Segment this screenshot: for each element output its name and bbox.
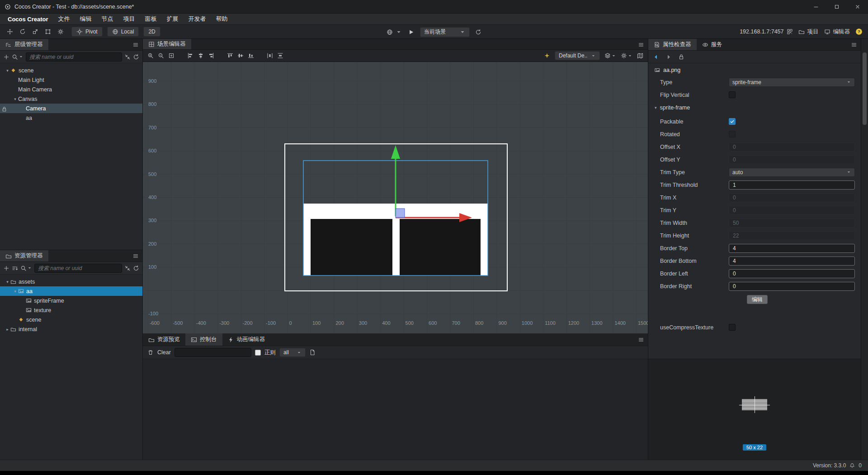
usecompresstexture-checkbox[interactable] xyxy=(729,324,736,331)
clear-button[interactable]: Clear xyxy=(157,349,171,356)
zoom-out-button[interactable] xyxy=(158,52,164,59)
scene-settings-dropdown[interactable] xyxy=(621,52,632,59)
file-icon[interactable] xyxy=(309,349,316,356)
hamburger-icon[interactable] xyxy=(132,253,139,259)
close-button[interactable] xyxy=(847,0,868,14)
move-tool-button[interactable] xyxy=(7,28,13,35)
scene-canvas[interactable] xyxy=(143,62,648,333)
align-top-button[interactable] xyxy=(227,52,233,59)
tab-assets[interactable]: 资源管理器 xyxy=(0,250,48,261)
qr-icon[interactable] xyxy=(787,28,793,35)
menu-item-扩展[interactable]: 扩展 xyxy=(162,14,184,25)
offset-x-input[interactable] xyxy=(729,142,855,152)
asset-node-texture[interactable]: texture xyxy=(0,305,142,315)
collapse-icon[interactable] xyxy=(124,265,131,271)
trim-threshold-input[interactable] xyxy=(729,180,855,190)
gizmo-preset-dropdown[interactable]: Default De... xyxy=(555,51,600,60)
border-bottom-input[interactable] xyxy=(729,256,855,266)
arrow-right-icon[interactable] xyxy=(665,54,672,60)
collapse-icon[interactable] xyxy=(124,54,131,60)
menu-item-节点[interactable]: 节点 xyxy=(97,14,118,25)
menu-item-文件[interactable]: 文件 xyxy=(53,14,75,25)
menu-item-帮助[interactable]: 帮助 xyxy=(211,14,233,25)
menu-item-面板[interactable]: 面板 xyxy=(140,14,162,25)
scale-tool-button[interactable] xyxy=(32,28,38,35)
arrow-left-icon[interactable] xyxy=(653,54,659,60)
inspector-scrollbar[interactable] xyxy=(861,39,868,460)
zoom-in-button[interactable] xyxy=(147,52,154,59)
caret-down-icon[interactable]: ▾ xyxy=(5,280,10,284)
rotated-checkbox[interactable] xyxy=(729,131,736,138)
scrollbar-thumb[interactable] xyxy=(863,52,867,125)
scene-select-dropdown[interactable]: 当前场景 xyxy=(420,27,470,37)
offset-y-input[interactable] xyxy=(729,155,855,164)
open-editor-button[interactable]: 编辑器 xyxy=(824,28,850,36)
tab-控制台[interactable]: 控制台 xyxy=(185,333,222,346)
hierarchy-node-camera[interactable]: Camera xyxy=(0,104,142,113)
tab-属性检查器[interactable]: 属性检查器 xyxy=(648,39,697,50)
trim-type-dropdown[interactable]: auto xyxy=(729,168,855,177)
menu-item-编辑[interactable]: 编辑 xyxy=(75,14,97,25)
menu-brand[interactable]: Cocos Creator xyxy=(3,14,53,25)
tab-服务[interactable]: 服务 xyxy=(697,39,728,50)
caret-right-icon[interactable]: ▸ xyxy=(5,327,10,332)
scene-view[interactable]: 900800700600500400300200100-100 -600-500… xyxy=(143,62,648,333)
caret-down-icon[interactable]: ▾ xyxy=(5,68,10,73)
rect-tool-button[interactable] xyxy=(45,28,51,35)
asset-node-spriteframe[interactable]: spriteFrame xyxy=(0,296,142,305)
trim-width-input[interactable] xyxy=(729,218,855,228)
align-left-button[interactable] xyxy=(187,52,193,59)
log-filter-dropdown[interactable]: all xyxy=(279,348,306,357)
align-center-h-button[interactable] xyxy=(198,52,204,59)
layers-dropdown[interactable] xyxy=(604,52,616,59)
hierarchy-node-main-camera[interactable]: Main Camera xyxy=(0,85,142,94)
mode-2d-button[interactable]: 2D xyxy=(143,27,160,37)
plus-icon[interactable] xyxy=(3,265,9,271)
open-project-button[interactable]: 项目 xyxy=(798,28,819,36)
border-left-input[interactable] xyxy=(729,269,855,278)
trim-height-input[interactable] xyxy=(729,231,855,240)
trim-y-input[interactable] xyxy=(729,206,855,215)
local-button[interactable]: Local xyxy=(107,27,139,37)
border-right-input[interactable] xyxy=(729,282,855,291)
refresh-scene-button[interactable] xyxy=(475,29,481,35)
align-right-button[interactable] xyxy=(208,52,214,59)
distribute-h-button[interactable] xyxy=(267,52,273,59)
map-icon[interactable] xyxy=(637,52,643,59)
gizmo-xy-handle[interactable] xyxy=(396,209,405,218)
bell-icon[interactable] xyxy=(849,463,855,468)
maximize-button[interactable] xyxy=(826,0,847,14)
caret-down-icon[interactable]: ▾ xyxy=(12,289,18,294)
menu-item-开发者[interactable]: 开发者 xyxy=(184,14,211,25)
edit-button[interactable]: 编辑 xyxy=(747,295,768,304)
asset-node-assets[interactable]: ▾assets xyxy=(0,277,142,286)
preview-platform-button[interactable] xyxy=(387,29,402,35)
section-sprite-frame[interactable]: ▾sprite-frame xyxy=(655,102,855,113)
tab-scene-editor[interactable]: 场景编辑器 xyxy=(143,39,191,49)
assets-search-filter[interactable] xyxy=(20,265,32,271)
gizmo-star-icon[interactable] xyxy=(544,52,550,59)
distribute-v-button[interactable] xyxy=(277,52,283,59)
plus-icon[interactable] xyxy=(3,54,9,60)
caret-down-icon[interactable]: ▾ xyxy=(12,97,18,101)
refresh-icon[interactable] xyxy=(133,265,139,271)
tab-动画编辑器[interactable]: 动画编辑器 xyxy=(222,333,271,346)
hierarchy-node-scene[interactable]: ▾scene xyxy=(0,66,142,75)
minimize-button[interactable] xyxy=(806,0,826,14)
flip-vertical-checkbox[interactable] xyxy=(729,91,736,98)
console-search-input[interactable] xyxy=(175,348,251,357)
gizmo-settings-button[interactable] xyxy=(57,28,64,35)
hierarchy-search-filter[interactable] xyxy=(12,54,24,60)
hierarchy-node-aa[interactable]: aa xyxy=(0,113,142,123)
hierarchy-node-main-light[interactable]: Main Light xyxy=(0,75,142,85)
hamburger-icon[interactable] xyxy=(638,42,644,48)
tab-hierarchy[interactable]: 层级管理器 xyxy=(0,39,48,50)
hierarchy-node-canvas[interactable]: ▾Canvas xyxy=(0,94,142,104)
border-top-input[interactable] xyxy=(729,244,855,253)
align-center-v-button[interactable] xyxy=(237,52,244,59)
lock-icon[interactable] xyxy=(678,54,684,60)
rotate-tool-button[interactable] xyxy=(19,28,26,35)
console-log-area[interactable] xyxy=(143,359,648,460)
asset-node-internal[interactable]: ▸internal xyxy=(0,324,142,334)
hamburger-icon[interactable] xyxy=(851,42,857,48)
